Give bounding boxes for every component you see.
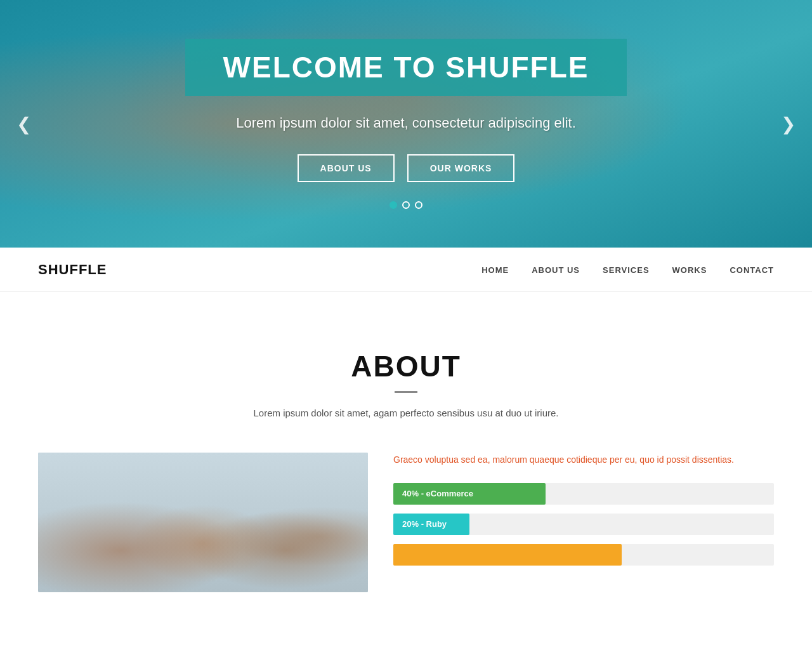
hero-subtitle: Lorem ipsum dolor sit amet, consectetur … [185, 115, 627, 131]
nav-links: HOME ABOUT US SERVICES WORKS CONTACT [481, 264, 774, 275]
progress-fill-ruby: 20% - Ruby [393, 514, 469, 535]
hero-title: WELCOME TO SHUFFLE [223, 50, 589, 84]
about-section: ABOUT Lorem ipsum dolor sit amet, agam p… [0, 349, 812, 630]
main-content: ABOUT Lorem ipsum dolor sit amet, agam p… [0, 292, 812, 630]
carousel-dot-1[interactable] [390, 201, 397, 209]
nav-works[interactable]: WORKS [672, 265, 707, 275]
progress-track-ruby: 20% - Ruby [393, 514, 774, 535]
hero-content: WELCOME TO SHUFFLE Lorem ipsum dolor sit… [185, 39, 627, 209]
nav-home[interactable]: HOME [481, 265, 509, 275]
section-title-wrap: ABOUT [38, 349, 774, 393]
hero-prev-button[interactable]: ❮ [10, 107, 37, 141]
navbar: SHUFFLE HOME ABOUT US SERVICES WORKS CON… [0, 248, 812, 292]
hero-next-button[interactable]: ❯ [775, 107, 802, 141]
progress-track-3 [393, 544, 774, 566]
nav-about[interactable]: ABOUT US [532, 265, 580, 275]
about-description-plain: Graeco voluptua sed ea, [393, 454, 492, 465]
about-subtitle: Lorem ipsum dolor sit amet, agam perfect… [38, 406, 774, 421]
about-us-button[interactable]: ABOUT US [298, 154, 395, 182]
about-description: Graeco voluptua sed ea, malorum quaeque … [393, 453, 774, 468]
hero-section: ❮ WELCOME TO SHUFFLE Lorem ipsum dolor s… [0, 0, 812, 248]
progress-fill-ecommerce: 40% - eCommerce [393, 483, 546, 505]
progress-track-ecommerce: 40% - eCommerce [393, 483, 774, 505]
progress-fill-3 [393, 544, 622, 566]
about-description-highlight: malorum quaeque cotidieque per eu, quo i… [492, 454, 734, 465]
carousel-dots [185, 201, 627, 209]
our-works-button[interactable]: OUR WORKS [407, 154, 515, 182]
progress-bar-3 [393, 544, 774, 566]
progress-ecommerce: 40% - eCommerce [393, 483, 774, 505]
progress-ruby: 20% - Ruby [393, 514, 774, 535]
about-text-column: Graeco voluptua sed ea, malorum quaeque … [393, 453, 774, 574]
hero-buttons: ABOUT US OUR WORKS [185, 154, 627, 182]
about-title: ABOUT [38, 349, 774, 383]
about-team-image [38, 453, 368, 592]
spacer [0, 292, 812, 349]
carousel-dot-3[interactable] [415, 201, 422, 209]
nav-brand[interactable]: SHUFFLE [38, 262, 107, 278]
nav-services[interactable]: SERVICES [603, 265, 650, 275]
hero-title-box: WELCOME TO SHUFFLE [185, 39, 627, 96]
nav-contact[interactable]: CONTACT [730, 265, 774, 275]
carousel-dot-2[interactable] [402, 201, 410, 209]
section-divider [395, 391, 417, 393]
about-columns: Graeco voluptua sed ea, malorum quaeque … [38, 453, 774, 592]
